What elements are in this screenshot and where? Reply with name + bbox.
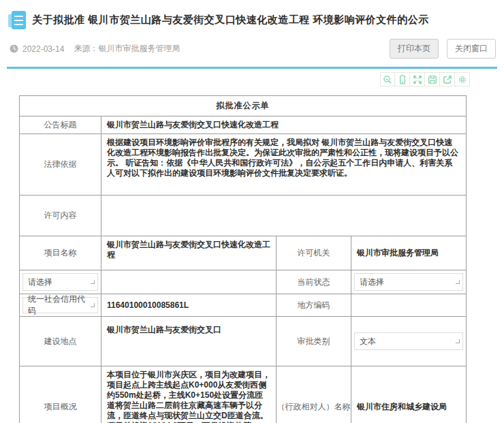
local-code-label: 地方编码 — [277, 294, 351, 317]
table-row: 许可内容 — [20, 195, 467, 236]
respondent-label: （行政相对人）名称 — [277, 366, 351, 423]
page-header: 关于拟批准 银川市贺兰山路与友爱街交叉口快速化改造工程 环境影响评价文件的公示 — [0, 0, 504, 29]
legal-basis-label: 法律依据 — [20, 134, 101, 195]
fullscreen-icon[interactable] — [410, 72, 425, 87]
credit-code-value: 11640100010085861L — [101, 294, 277, 317]
print-page-button[interactable]: 打印本页 — [390, 39, 439, 59]
source-label: 来源：银川市审批服务管理局 — [74, 43, 180, 54]
page: 关于拟批准 银川市贺兰山路与友爱街交叉口快速化改造工程 环境影响评价文件的公示 … — [0, 0, 504, 423]
approval-category-select-value: 文本 — [360, 336, 376, 347]
respondent-value: 银川市住房和城乡建设局 — [351, 366, 467, 423]
announcement-title-value: 银川市贺兰山路与友爱街交叉口快速化改造工程 — [101, 116, 467, 134]
current-status-label: 当前状态 — [277, 270, 351, 294]
table-row: 统一社会信用代码 11640100010085861L 地方编码 — [20, 294, 467, 317]
field-type-select[interactable]: 请选择 — [22, 273, 98, 291]
page-title: 关于拟批准 银川市贺兰山路与友爱街交叉口快速化改造工程 环境影响评价文件的公示 — [32, 14, 429, 27]
local-code-value — [351, 294, 467, 317]
table-row: 项目名称 银川市贺兰山路与友爱街交叉口快速化改造工程 许可机关 银川市审批服务管… — [20, 236, 467, 270]
credit-code-select-value: 统一社会信用代码 — [28, 294, 88, 317]
close-window-button[interactable]: 关闭窗口 — [447, 39, 496, 59]
legal-basis-value: 根据建设项目环境影响评价审批程序的有关规定，我局拟对 银川市贺兰山路与友爱街交叉… — [101, 134, 467, 195]
dropdown-corner-icon — [456, 339, 460, 343]
permit-content-label: 许可内容 — [20, 195, 101, 236]
share-icon[interactable] — [440, 72, 455, 87]
settings-icon[interactable] — [455, 72, 470, 87]
dropdown-corner-icon — [456, 280, 460, 284]
zoom-icon[interactable] — [380, 72, 395, 87]
table-row: 拟批准公示单 — [20, 96, 467, 116]
approval-category-label: 审批类别 — [277, 317, 351, 366]
document-icon — [8, 11, 26, 29]
approval-category-select[interactable]: 文本 — [354, 332, 463, 350]
mobile-icon[interactable] — [395, 72, 410, 87]
construction-site-label: 建设地点 — [20, 317, 101, 366]
construction-site-value: 银川市贺兰山路与友爱街交叉口 — [101, 317, 277, 366]
field-type-select-value: 请选择 — [28, 277, 52, 288]
project-overview-value: 本项目位于银川市兴庆区，项目为改建项目，项目起点上跨主线起点K0+000从友爱街… — [101, 366, 277, 423]
permit-authority-label: 许可机关 — [277, 236, 351, 270]
permit-authority-value: 银川市审批服务管理局 — [351, 236, 467, 270]
meta-row: 2022-03-14 来源：银川市审批服务管理局 打印本页 关闭窗口 — [0, 29, 504, 59]
toolbar — [0, 69, 504, 87]
table-row: 公告标题 银川市贺兰山路与友爱街交叉口快速化改造工程 — [20, 116, 467, 134]
field-type-value — [101, 270, 277, 294]
dropdown-corner-icon — [91, 280, 95, 284]
project-overview-label: 项目概况 — [20, 366, 101, 423]
current-status-select[interactable]: 请选择 — [354, 273, 463, 291]
credit-code-select[interactable]: 统一社会信用代码 — [22, 297, 98, 313]
table-row: 请选择 当前状态 请选择 — [20, 270, 467, 294]
publish-date: 2022-03-14 — [22, 44, 64, 54]
project-name-label: 项目名称 — [20, 236, 101, 270]
dropdown-corner-icon — [91, 303, 95, 307]
announcement-title-label: 公告标题 — [20, 116, 101, 134]
table-row: 项目概况 本项目位于银川市兴庆区，项目为改建项目，项目起点上跨主线起点K0+00… — [20, 366, 467, 423]
clock-icon — [10, 44, 18, 53]
table-row: 建设地点 银川市贺兰山路与友爱街交叉口 审批类别 文本 — [20, 317, 467, 366]
table-row: 法律依据 根据建设项目环境影响评价审批程序的有关规定，我局拟对 银川市贺兰山路与… — [20, 134, 467, 195]
permit-content-value — [101, 195, 467, 236]
save-icon[interactable] — [425, 72, 440, 87]
project-name-value: 银川市贺兰山路与友爱街交叉口快速化改造工程 — [101, 236, 277, 270]
meta-info: 2022-03-14 来源：银川市审批服务管理局 — [10, 43, 180, 54]
approval-form-table: 拟批准公示单 公告标题 银川市贺兰山路与友爱街交叉口快速化改造工程 法律依据 根… — [19, 95, 467, 423]
table-title: 拟批准公示单 — [20, 96, 467, 116]
current-status-select-value: 请选择 — [360, 277, 384, 288]
